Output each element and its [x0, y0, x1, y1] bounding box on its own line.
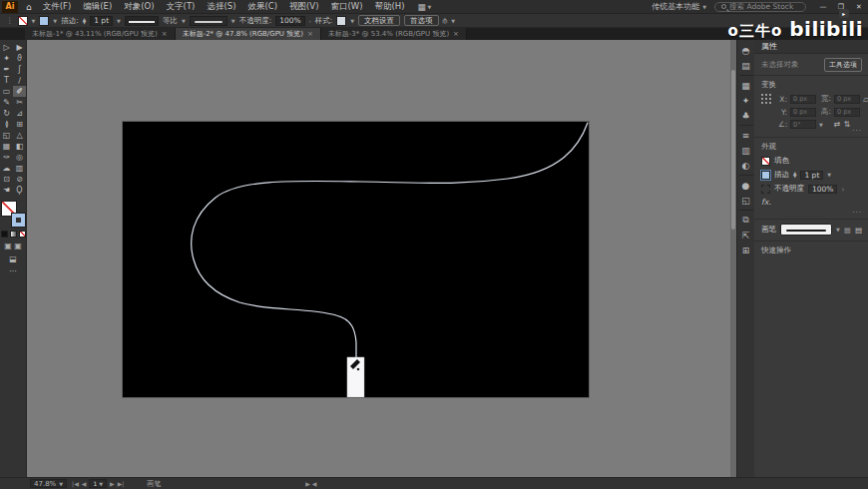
opacity-value[interactable]: 100% — [275, 16, 304, 26]
shear-icon[interactable]: ▱ — [863, 95, 868, 104]
angle-field[interactable]: 0° — [790, 120, 816, 129]
zoom-tool[interactable]: Ϙ — [13, 185, 26, 196]
column-graph-tool[interactable]: ▥ — [13, 163, 26, 174]
chevron-down-icon[interactable]: ▼ — [117, 18, 121, 24]
stroke-weight-stepper[interactable]: ▲▼ — [793, 172, 796, 178]
height-field[interactable]: 0 px — [834, 108, 860, 117]
menu-item-3[interactable]: 文字(T) — [162, 1, 201, 13]
lasso-tool[interactable]: ϑ — [13, 53, 26, 64]
chevron-down-icon[interactable]: ▼ — [32, 18, 36, 24]
search-input[interactable]: 搜索 Adobe Stock — [714, 2, 806, 12]
shape-builder-tool[interactable]: ◱ — [0, 130, 13, 141]
symbols-panel-icon[interactable]: ♣ — [738, 108, 754, 123]
stroke-weight-stepper[interactable]: ▲▼ — [83, 18, 86, 24]
transform-more-button[interactable]: ··· — [852, 127, 862, 135]
opacity-more-icon[interactable]: › — [841, 185, 844, 194]
libraries-panel-icon[interactable]: ▤ — [738, 58, 754, 73]
tab-close-icon[interactable]: × — [453, 30, 459, 38]
symbol-sprayer-tool[interactable]: ☁ — [0, 163, 13, 174]
none-mode-button[interactable] — [19, 231, 26, 238]
next-artboard-button[interactable]: ▶ — [110, 480, 115, 487]
workspace-selector[interactable]: 传统基本功能 ▼ — [651, 1, 706, 12]
x-field[interactable]: 0 px — [790, 95, 816, 104]
toolbar-more-button[interactable]: ··· — [9, 267, 17, 276]
selection-tool[interactable]: ▶ — [13, 42, 26, 53]
asset-export-panel-icon[interactable]: ⇱ — [738, 228, 754, 243]
workspace-switcher-icon[interactable]: ▦ ▼ — [418, 2, 432, 12]
close-button[interactable]: ✕ — [850, 0, 868, 13]
brush-definition-preview[interactable] — [780, 224, 832, 236]
menu-item-2[interactable]: 对象(O) — [119, 1, 159, 13]
scale-tool[interactable]: ⊿ — [13, 108, 26, 119]
flip-horizontal-icon[interactable]: ⇄ — [834, 120, 841, 129]
screen-mode-button[interactable]: ⬓ — [9, 254, 17, 263]
last-artboard-button[interactable]: ▶| — [118, 480, 125, 487]
magic-wand-tool[interactable]: ✦ — [0, 53, 13, 64]
slice-tool[interactable]: ⊘ — [13, 174, 26, 185]
flip-vertical-icon[interactable]: ⇅ — [844, 120, 851, 129]
variable-width-profile-preview[interactable] — [125, 16, 159, 26]
brush-libraries-icon[interactable]: ▤ — [855, 226, 862, 235]
gradient-tool[interactable]: ◧ — [13, 141, 26, 152]
curvature-tool[interactable]: ʃ — [13, 64, 26, 75]
document-tab-1[interactable]: 未标题-2* @ 47.8% (RGB/GPU 预览)× — [176, 28, 321, 40]
gradient-mode-button[interactable] — [10, 231, 17, 238]
scrollbar-thumb[interactable] — [731, 70, 735, 230]
menu-item-1[interactable]: 编辑(E) — [78, 1, 117, 13]
type-tool[interactable]: T — [0, 75, 13, 86]
paintbrush-tool[interactable]: ✐ — [13, 86, 26, 97]
chevron-down-icon[interactable]: ▼ — [350, 18, 354, 24]
width-field[interactable]: 0 px — [834, 95, 860, 104]
gradient-panel-icon[interactable]: ▥ — [738, 143, 754, 158]
free-transform-tool[interactable]: ⊞ — [13, 119, 26, 130]
color-mode-button[interactable] — [1, 231, 8, 238]
stroke-swatch[interactable] — [761, 171, 770, 180]
recolor-artwork-panel-icon[interactable]: ◓ — [738, 43, 754, 58]
opacity-icon[interactable] — [761, 185, 770, 194]
document-tab-2[interactable]: 未标题-3* @ 53.4% (RGB/GPU 预览)× — [321, 28, 467, 40]
fx-button[interactable]: fx. — [761, 198, 862, 207]
opacity-more-icon[interactable]: › — [309, 18, 311, 24]
appearance-more-button[interactable]: ··· — [852, 209, 862, 217]
menu-item-0[interactable]: 文件(F) — [38, 1, 77, 13]
chevron-down-icon[interactable]: ▼ — [231, 18, 235, 24]
perspective-grid-tool[interactable]: △ — [13, 130, 26, 141]
previous-artboard-button[interactable]: ◀ — [82, 480, 87, 487]
brush-curve-path[interactable] — [192, 123, 588, 358]
brush-definition-preview[interactable] — [190, 16, 227, 26]
brushes-panel-icon[interactable]: ✦ — [738, 93, 754, 108]
menu-item-6[interactable]: 视图(V) — [284, 1, 323, 13]
align-icon[interactable]: ⫛ — [443, 16, 448, 26]
fill-swatch[interactable] — [761, 157, 770, 166]
stroke-panel-icon[interactable]: ≡ — [738, 128, 754, 143]
graphic-styles-panel-icon[interactable]: ◱ — [738, 193, 754, 208]
brush-options-icon[interactable]: ▦ — [844, 226, 851, 235]
rectangle-tool[interactable]: ▭ — [0, 86, 13, 97]
pencil-tool[interactable]: ✎ — [0, 97, 13, 108]
minimize-button[interactable]: — — [814, 0, 832, 13]
appearance-panel-icon[interactable]: ● — [738, 178, 754, 193]
artboard-number-select[interactable]: 1 ▼ — [89, 479, 107, 488]
opacity-value[interactable]: 100% — [808, 185, 837, 194]
chevron-down-icon[interactable]: ▼ — [53, 18, 57, 24]
stroke-weight-value[interactable]: 1 pt — [90, 16, 113, 26]
chevron-down-icon[interactable]: ▼ — [836, 227, 840, 233]
chevron-down-icon[interactable]: ▼ — [827, 172, 831, 178]
fill-stroke-indicator[interactable] — [1, 201, 25, 227]
home-icon[interactable]: ⌂ — [26, 2, 32, 12]
width-tool[interactable]: ≬ — [0, 119, 13, 130]
transparency-panel-icon[interactable]: ◐ — [738, 158, 754, 173]
chevron-down-icon[interactable]: ▼ — [819, 122, 823, 128]
menu-item-4[interactable]: 选择(S) — [202, 1, 240, 13]
eyedropper-tool[interactable]: ✑ — [0, 152, 13, 163]
reference-point-selector[interactable] — [761, 94, 772, 132]
zoom-level-select[interactable]: 47.8% ▼ — [30, 479, 67, 488]
tool-options-button[interactable]: 工具选项 — [824, 58, 862, 72]
hand-tool[interactable]: ☚ — [0, 185, 13, 196]
stroke-weight-value[interactable]: 1 pt — [800, 171, 823, 180]
scissors-tool[interactable]: ✂ — [13, 97, 26, 108]
first-artboard-button[interactable]: |◀ — [72, 480, 79, 487]
style-swatch[interactable] — [336, 16, 346, 26]
tab-close-icon[interactable]: × — [162, 30, 168, 38]
document-tab-0[interactable]: 未标题-1* @ 43.11% (RGB/GPU 预览)× — [25, 28, 176, 40]
